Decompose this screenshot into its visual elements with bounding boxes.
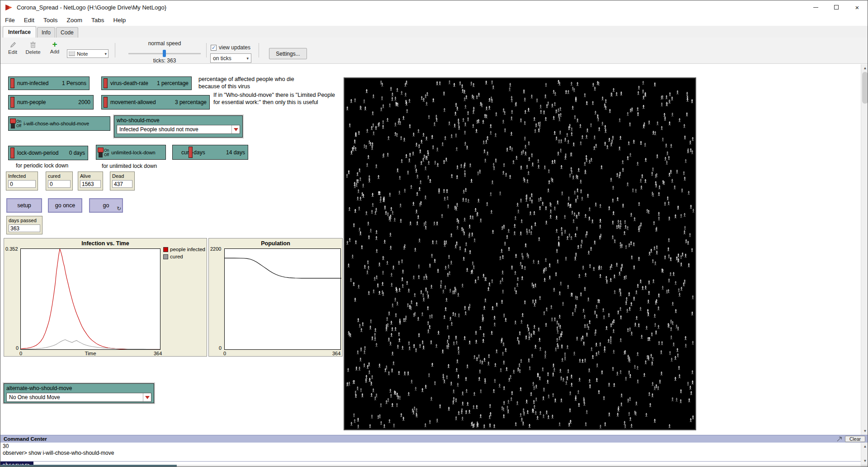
chooser-label: alternate-who-should-move [6, 385, 151, 391]
menu-file[interactable]: File [0, 17, 19, 24]
scrollbar-thumb[interactable] [862, 72, 868, 104]
checkbox-check-icon[interactable]: ✓ [211, 45, 217, 51]
toolbar-separator [206, 43, 207, 57]
speed-slider[interactable] [128, 53, 201, 54]
add-button[interactable]: + Add [47, 40, 63, 54]
world-canvas[interactable] [344, 78, 695, 429]
slider-value: 2000 [78, 99, 90, 105]
widget-type-value: Note [77, 51, 88, 57]
switch-name: unlimited-lock-down [111, 150, 155, 155]
chevron-down-icon[interactable] [143, 393, 151, 401]
tab-interface[interactable]: Interface [3, 26, 36, 38]
update-mode-dropdown[interactable]: on ticks ▾ [210, 53, 251, 63]
go-label: go [103, 202, 109, 209]
monitor-alive: Alive 1563 [78, 172, 103, 191]
y-axis-max-label: 0.352 [5, 246, 18, 252]
menu-edit[interactable]: Edit [19, 17, 39, 24]
slider-handle[interactable] [10, 78, 14, 88]
scroll-up-icon[interactable]: ▲ [861, 64, 868, 72]
scroll-down-icon[interactable]: ▼ [861, 457, 868, 465]
netlogo-app-icon [5, 4, 13, 11]
monitor-label: cured [48, 173, 71, 179]
go-once-button[interactable]: go once [48, 198, 82, 213]
delete-button[interactable]: Delete [23, 41, 43, 55]
output-line: 30 [3, 443, 859, 450]
chooser-dropdown[interactable]: No One should Move [6, 393, 151, 402]
menu-tabs[interactable]: Tabs [87, 17, 109, 24]
slider-num-people[interactable]: num-people 2000 [8, 95, 94, 110]
go-forever-button[interactable]: go ↻ [89, 198, 123, 213]
slider-num-infected[interactable]: num-infected 1 Persons [8, 76, 90, 90]
slider-handle[interactable] [10, 97, 14, 108]
title-bar: Corona_Spread - NetLogo {H:\Google Drive… [0, 0, 868, 14]
command-center-title: Command Center [4, 436, 47, 442]
plot-canvas-area [224, 248, 341, 350]
scroll-up-icon[interactable]: ▲ [861, 443, 868, 450]
monitor-days-passed: days passed 363 [6, 216, 42, 234]
menu-help[interactable]: Help [109, 17, 131, 24]
monitor-value: 0 [8, 180, 36, 188]
view-updates-checkbox[interactable]: ✓ view updates [211, 44, 250, 51]
slider-name: lock-down-period [17, 150, 58, 156]
speed-label: normal speed [127, 40, 202, 47]
clear-button[interactable]: Clear [845, 436, 865, 442]
settings-button[interactable]: Settings... [269, 48, 307, 59]
scrollbar-thumb[interactable] [0, 465, 177, 467]
maximize-icon[interactable] [826, 0, 847, 14]
speed-slider-thumb[interactable] [163, 50, 166, 57]
slider-handle[interactable] [189, 147, 193, 158]
slider-handle[interactable] [104, 97, 108, 108]
menu-tools[interactable]: Tools [39, 17, 62, 24]
view-updates-label: view updates [219, 44, 250, 51]
slider-lock-down-period[interactable]: lock-down-period 0 days [8, 146, 88, 160]
widget-type-dropdown[interactable]: Note ▾ [67, 49, 108, 58]
slider-value: 14 days [226, 149, 245, 156]
slider-name: virus-death-rate [110, 80, 148, 86]
slider-handle[interactable] [104, 78, 108, 88]
minimize-icon[interactable] [805, 0, 826, 14]
switch-knob[interactable] [10, 119, 16, 124]
command-output[interactable]: 30 observer> show i-will-chose-who-shoul… [0, 443, 861, 461]
switch-i-will-chose-who-should-move[interactable]: On Off i-will-chose-who-should-move [8, 116, 110, 131]
command-horizontal-scrollbar[interactable] [0, 465, 861, 467]
chevron-down-icon[interactable] [231, 125, 240, 133]
slider-name: movement-allowed [110, 99, 156, 105]
switch-off-label: Off [16, 124, 21, 128]
switch-on-off-labels: On Off [104, 148, 109, 157]
chooser-dropdown[interactable]: Infected People should not move [117, 125, 240, 134]
switch-track[interactable] [11, 119, 15, 129]
edit-label: Edit [8, 49, 17, 55]
infection-plot-canvas [21, 249, 160, 349]
slider-name: num-infected [17, 80, 48, 86]
plot-legend: people infected cured [163, 247, 205, 261]
close-icon[interactable]: × [847, 0, 868, 14]
slider-movement-allowed[interactable]: movement-allowed 3 percentage [101, 95, 210, 110]
note-movement: If in "Who-should-move" there is "Limite… [213, 91, 335, 106]
switch-knob[interactable] [98, 148, 104, 152]
chooser-alternate-who-should-move[interactable]: alternate-who-should-move No One should … [4, 383, 154, 403]
menu-zoom[interactable]: Zoom [62, 17, 87, 24]
tab-code[interactable]: Code [56, 27, 78, 38]
expand-icon[interactable] [837, 437, 842, 442]
command-center-header[interactable]: Command Center Clear [0, 435, 868, 443]
slider-value: 3 percentage [175, 99, 207, 105]
switch-track[interactable] [99, 148, 103, 157]
monitor-value: 1563 [80, 180, 101, 188]
slider-cure-days[interactable]: cure-days 14 days [172, 145, 248, 160]
scroll-down-icon[interactable]: ▼ [861, 427, 868, 435]
slider-handle[interactable] [10, 148, 14, 158]
chevron-down-icon: ▾ [104, 52, 107, 56]
slider-virus-death-rate[interactable]: virus-death-rate 1 percentage [101, 76, 192, 90]
command-scrollbar[interactable]: ▲ ▼ [861, 443, 868, 465]
legend-item: people infected [163, 247, 205, 252]
interface-scrollbar[interactable]: ▲ ▼ [861, 64, 868, 435]
switch-unlimited-lock-down[interactable]: On Off unlimited-lock-down [96, 145, 166, 160]
world-view[interactable] [344, 77, 696, 430]
window-controls: × [805, 0, 868, 14]
y-axis-min-label: 0 [219, 345, 222, 351]
edit-button[interactable]: Edit [4, 41, 21, 55]
chooser-who-should-move[interactable]: who-should-move Infected People should n… [114, 115, 243, 138]
tab-info[interactable]: Info [37, 27, 55, 38]
setup-button[interactable]: setup [6, 198, 42, 213]
monitor-dead: Dead 437 [110, 172, 135, 191]
